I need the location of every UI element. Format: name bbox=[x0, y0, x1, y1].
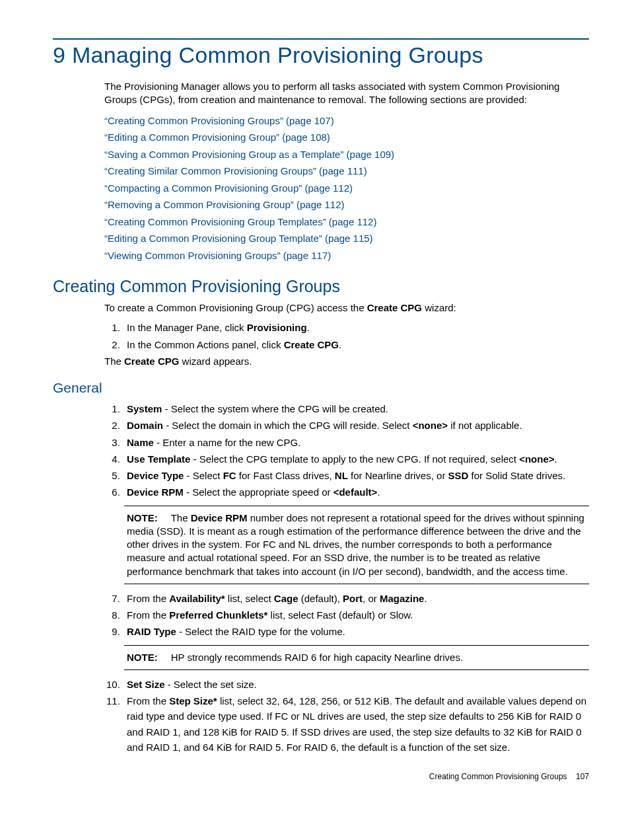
creating-after: The Create CPG wizard appears. bbox=[104, 355, 589, 368]
section-link[interactable]: “Creating Common Provisioning Groups” (p… bbox=[104, 112, 589, 130]
section-link-list: “Creating Common Provisioning Groups” (p… bbox=[104, 112, 589, 264]
step: From the Step Size* list, select 32, 64,… bbox=[123, 693, 589, 755]
section-link[interactable]: “Saving a Common Provisioning Group as a… bbox=[104, 146, 589, 163]
note-raid6: NOTE:HP strongly recommends RAID 6 for h… bbox=[124, 645, 589, 670]
section-link[interactable]: “Removing a Common Provisioning Group” (… bbox=[104, 196, 589, 213]
step: In the Common Actions panel, click Creat… bbox=[123, 337, 589, 352]
footer-section-title: Creating Common Provisioning Groups bbox=[429, 772, 567, 781]
chapter-title-text: Managing Common Provisioning Groups bbox=[72, 42, 483, 67]
step: Set Size - Select the set size. bbox=[123, 677, 589, 692]
top-border-rule bbox=[53, 38, 589, 40]
step: RAID Type - Select the RAID type for the… bbox=[123, 624, 589, 639]
step: Device Type - Select FC for Fast Class d… bbox=[123, 468, 589, 483]
general-steps-7to9: From the Availability* list, select Cage… bbox=[104, 591, 589, 640]
general-steps-10to11: Set Size - Select the set size. From the… bbox=[104, 677, 589, 755]
page-footer: Creating Common Provisioning Groups 107 bbox=[53, 772, 589, 781]
section-heading-general: General bbox=[53, 380, 589, 396]
page-number: 107 bbox=[576, 772, 589, 781]
general-steps-1to6: System - Select the system where the CPG… bbox=[104, 401, 589, 500]
section-link[interactable]: “Creating Similar Common Provisioning Gr… bbox=[104, 163, 589, 180]
step: System - Select the system where the CPG… bbox=[123, 401, 589, 416]
note-label: NOTE: bbox=[127, 512, 158, 523]
step: In the Manager Pane, click Provisioning. bbox=[123, 320, 589, 335]
creating-steps: In the Manager Pane, click Provisioning.… bbox=[104, 320, 589, 352]
section-link[interactable]: “Editing a Common Provisioning Group Tem… bbox=[104, 230, 589, 247]
step: From the Preferred Chunklets* list, sele… bbox=[123, 607, 589, 623]
section-link[interactable]: “Viewing Common Provisioning Groups” (pa… bbox=[104, 247, 589, 264]
step: Device RPM - Select the appropriate spee… bbox=[123, 484, 589, 500]
section-link[interactable]: “Compacting a Common Provisioning Group”… bbox=[104, 180, 589, 197]
step: Domain - Select the domain in which the … bbox=[123, 418, 589, 433]
chapter-title: 9 Managing Common Provisioning Groups bbox=[53, 42, 589, 68]
text: To create a Common Provisioning Group (C… bbox=[104, 302, 367, 313]
bold: Create CPG bbox=[367, 302, 422, 313]
chapter-number: 9 bbox=[53, 42, 65, 67]
page-container: 9 Managing Common Provisioning Groups Th… bbox=[0, 0, 630, 840]
creating-lead: To create a Common Provisioning Group (C… bbox=[104, 301, 589, 315]
step: Name - Enter a name for the new CPG. bbox=[123, 435, 589, 450]
section-link[interactable]: “Creating Common Provisioning Group Temp… bbox=[104, 213, 589, 231]
note-device-rpm: NOTE:The Device RPM number does not repr… bbox=[124, 506, 589, 584]
step: Use Template - Select the CPG template t… bbox=[123, 451, 589, 467]
text: wizard: bbox=[422, 302, 456, 313]
intro-paragraph: The Provisioning Manager allows you to p… bbox=[104, 80, 589, 107]
section-link[interactable]: “Editing a Common Provisioning Group” (p… bbox=[104, 129, 589, 146]
note-label: NOTE: bbox=[127, 652, 158, 663]
step: From the Availability* list, select Cage… bbox=[123, 591, 589, 606]
section-heading-creating: Creating Common Provisioning Groups bbox=[53, 277, 589, 296]
